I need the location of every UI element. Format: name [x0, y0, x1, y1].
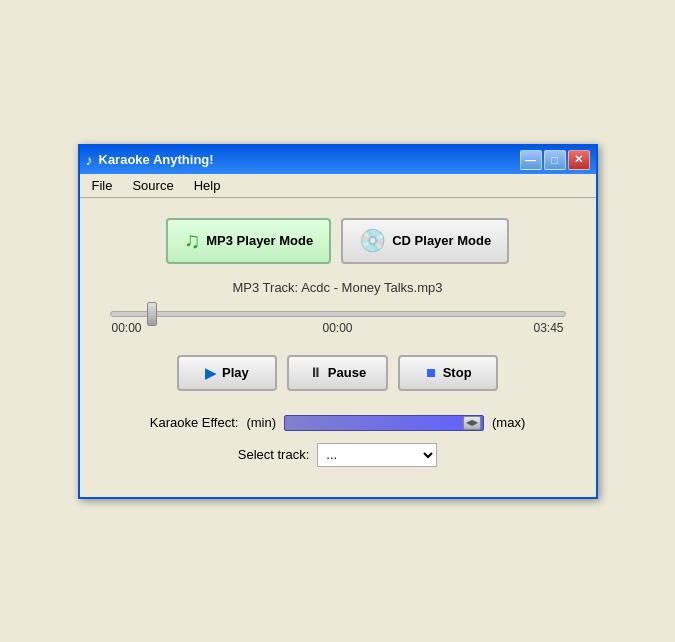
title-bar-left: ♪ Karaoke Anything! [86, 152, 214, 168]
select-track-label: Select track: [238, 447, 310, 462]
main-content: ♫ MP3 Player Mode 💿 CD Player Mode MP3 T… [80, 198, 596, 497]
play-button[interactable]: ▶ Play [177, 355, 277, 391]
select-track-row: Select track: ... [238, 443, 438, 467]
menu-source[interactable]: Source [124, 176, 181, 195]
mode-buttons: ♫ MP3 Player Mode 💿 CD Player Mode [166, 218, 509, 264]
cd-mode-label: CD Player Mode [392, 233, 491, 248]
stop-icon: ⏹ [425, 366, 437, 380]
close-button[interactable]: ✕ [568, 150, 590, 170]
pause-label: Pause [328, 365, 366, 380]
progress-track[interactable] [110, 311, 566, 317]
cd-icon: 💿 [359, 228, 386, 254]
menu-file[interactable]: File [84, 176, 121, 195]
play-label: Play [222, 365, 249, 380]
transport-buttons: ▶ Play ⏸ Pause ⏹ Stop [177, 355, 498, 391]
window-title: Karaoke Anything! [99, 152, 214, 167]
pause-icon: ⏸ [309, 365, 322, 380]
progress-section: 00:00 00:00 03:45 [110, 311, 566, 335]
pause-button[interactable]: ⏸ Pause [287, 355, 388, 391]
stop-button[interactable]: ⏹ Stop [398, 355, 498, 391]
menu-help[interactable]: Help [186, 176, 229, 195]
karaoke-effect-row: Karaoke Effect: (min) ◀▶ (max) [150, 415, 525, 431]
karaoke-min-label: (min) [246, 415, 276, 430]
main-window: ♪ Karaoke Anything! — □ ✕ File Source He… [78, 144, 598, 499]
karaoke-max-label: (max) [492, 415, 525, 430]
track-select[interactable]: ... [317, 443, 437, 467]
mp3-player-mode-button[interactable]: ♫ MP3 Player Mode [166, 218, 331, 264]
menu-bar: File Source Help [80, 174, 596, 198]
title-bar-buttons: — □ ✕ [520, 150, 590, 170]
mp3-mode-label: MP3 Player Mode [206, 233, 313, 248]
stop-label: Stop [443, 365, 472, 380]
time-middle: 00:00 [322, 321, 352, 335]
karaoke-slider-thumb[interactable]: ◀▶ [463, 416, 481, 430]
app-icon: ♪ [86, 152, 93, 168]
time-end: 03:45 [533, 321, 563, 335]
karaoke-slider-container: ◀▶ [284, 415, 484, 431]
karaoke-slider-track[interactable]: ◀▶ [284, 415, 484, 431]
progress-thumb[interactable] [147, 302, 157, 326]
music-note-icon: ♫ [184, 228, 201, 254]
play-icon: ▶ [205, 365, 216, 381]
track-label: MP3 Track: Acdc - Money Talks.mp3 [233, 280, 443, 295]
minimize-button[interactable]: — [520, 150, 542, 170]
cd-player-mode-button[interactable]: 💿 CD Player Mode [341, 218, 509, 264]
karaoke-section: Karaoke Effect: (min) ◀▶ (max) Select tr… [110, 415, 566, 467]
title-bar: ♪ Karaoke Anything! — □ ✕ [80, 146, 596, 174]
time-labels: 00:00 00:00 03:45 [110, 321, 566, 335]
maximize-button[interactable]: □ [544, 150, 566, 170]
time-start: 00:00 [112, 321, 142, 335]
karaoke-effect-label: Karaoke Effect: [150, 415, 239, 430]
